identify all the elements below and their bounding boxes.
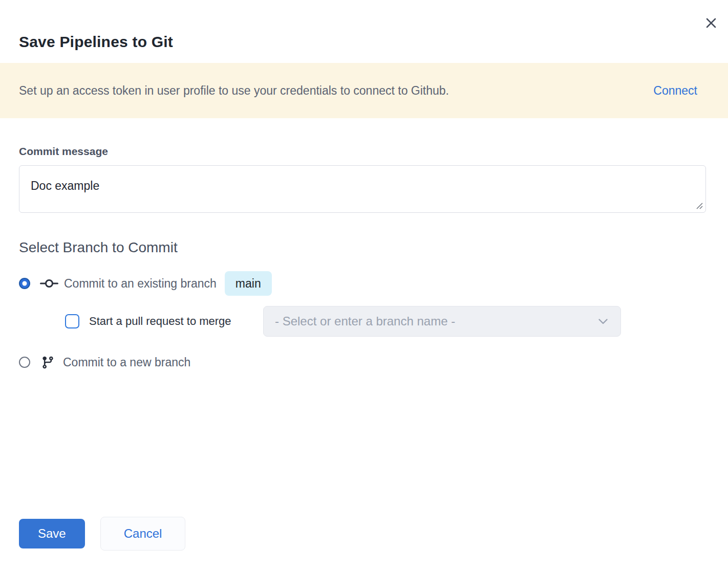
pull-request-row: Start a pull request to merge - Select o… <box>19 306 706 337</box>
commit-message-field-wrap: Doc example <box>19 165 706 213</box>
dialog-title: Save Pipelines to Git <box>19 32 709 52</box>
git-commit-icon <box>40 278 58 289</box>
existing-branch-label[interactable]: Commit to an existing branch <box>64 277 217 291</box>
save-pipelines-dialog: Save Pipelines to Git Set up an access t… <box>0 0 728 571</box>
dialog-header: Save Pipelines to Git <box>0 0 728 52</box>
pull-request-label[interactable]: Start a pull request to merge <box>89 315 263 328</box>
select-branch-heading: Select Branch to Commit <box>19 238 706 257</box>
new-branch-option[interactable]: Commit to a new branch <box>19 351 706 374</box>
commit-message-label: Commit message <box>19 145 706 158</box>
banner-message: Set up an access token in user profile t… <box>19 84 653 98</box>
pull-request-checkbox[interactable] <box>65 314 79 328</box>
merge-branch-placeholder: - Select or enter a branch name - <box>275 314 598 328</box>
cancel-button[interactable]: Cancel <box>100 517 186 551</box>
close-button[interactable] <box>703 15 719 31</box>
current-branch-badge: main <box>225 271 272 296</box>
existing-branch-option[interactable]: Commit to an existing branch main <box>19 271 706 296</box>
merge-branch-dropdown[interactable]: - Select or enter a branch name - <box>263 306 621 337</box>
access-token-banner: Set up an access token in user profile t… <box>0 63 728 118</box>
new-branch-label[interactable]: Commit to a new branch <box>63 356 190 369</box>
commit-message-input[interactable]: Doc example <box>19 165 706 213</box>
close-icon <box>704 16 718 30</box>
dialog-actions: Save Cancel <box>19 517 706 551</box>
save-button[interactable]: Save <box>19 519 85 548</box>
dialog-body: Commit message Doc example Select Branch… <box>0 145 728 551</box>
git-branch-icon <box>41 356 55 369</box>
connect-link[interactable]: Connect <box>653 84 697 98</box>
existing-branch-radio[interactable] <box>19 278 30 289</box>
new-branch-radio[interactable] <box>19 357 30 368</box>
chevron-down-icon <box>598 318 608 325</box>
textarea-resize-handle[interactable] <box>695 202 703 210</box>
